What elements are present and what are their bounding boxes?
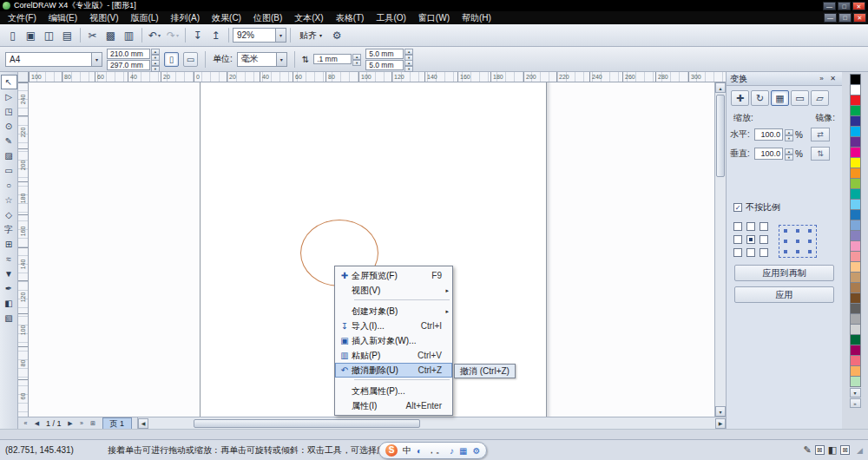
menu-item-import[interactable]: ↧ 导入(I)... Ctrl+I — [335, 319, 452, 333]
keyboard-icon[interactable]: ▦ — [459, 446, 467, 456]
sogou-logo-icon[interactable]: S — [385, 444, 398, 457]
ellipse-tool[interactable]: ○ — [1, 178, 17, 193]
menu-file[interactable]: 文件(F) — [2, 11, 43, 24]
menu-layout[interactable]: 版面(L) — [124, 11, 164, 24]
transform-skew-button[interactable]: ▱ — [811, 90, 829, 106]
menu-effects[interactable]: 效果(C) — [206, 11, 247, 24]
freehand-tool[interactable]: ✎ — [1, 134, 17, 148]
menu-text[interactable]: 文本(X) — [288, 11, 329, 24]
outline-pen-tool[interactable]: ✒ — [1, 281, 17, 296]
scale-value-field[interactable]: 100.0 — [754, 128, 783, 141]
crop-tool[interactable]: ◳ — [1, 104, 17, 119]
paste-icon[interactable]: ▥ — [121, 27, 138, 44]
rectangle-tool[interactable]: ▭ — [1, 163, 17, 178]
scale-value-stepper[interactable]: ▴▾ — [785, 129, 793, 140]
menu-item-create-object[interactable]: 创建对象(B) ▸ — [335, 304, 452, 319]
prev-page-icon[interactable]: ◀ — [31, 418, 43, 429]
close-button[interactable]: ✕ — [852, 2, 865, 10]
non-proportional-checkbox[interactable]: ✓ 不按比例 — [727, 198, 842, 217]
toolbar-separator[interactable] — [185, 28, 186, 43]
mic-icon[interactable]: ♪ — [450, 446, 454, 456]
new-document-icon[interactable]: ▯ — [4, 27, 22, 44]
duplicate-distance-x-field[interactable]: 5.0 mm — [365, 49, 404, 59]
scroll-up-icon[interactable]: ▴ — [715, 82, 726, 93]
options-icon[interactable]: ⚙ — [328, 27, 345, 44]
page-tab[interactable]: 页 1 — [102, 417, 133, 429]
anchor-checkbox[interactable] — [733, 235, 742, 244]
docker-close-icon[interactable]: ✕ — [827, 74, 838, 84]
transform-size-button[interactable]: ▭ — [791, 90, 809, 106]
nudge-offset-stepper[interactable]: ▴▾ — [352, 54, 361, 64]
zoom-tool[interactable]: ⊙ — [1, 119, 17, 134]
units-combo[interactable]: 毫米 ▾ — [237, 52, 287, 67]
polygon-tool[interactable]: ☆ — [1, 193, 17, 207]
duplicate-distance-y-stepper[interactable]: ▴▾ — [404, 60, 413, 70]
toolbar-separator[interactable] — [228, 28, 229, 43]
anchor-checkbox[interactable] — [760, 248, 768, 257]
text-tool[interactable]: 字 — [1, 222, 17, 237]
fill-bucket-icon[interactable]: ◧ — [828, 444, 837, 456]
mirror-button[interactable]: ⇅ — [811, 147, 830, 161]
snap-to-menu-button[interactable]: 贴齐 ▾ — [294, 27, 327, 44]
paper-height-field[interactable]: 297.0 mm — [107, 60, 150, 70]
menu-bitmaps[interactable]: 位图(B) — [247, 11, 288, 24]
menu-tools[interactable]: 工具(O) — [370, 11, 411, 24]
menu-item-fullscreen-preview[interactable]: ✚ 全屏预览(F) F9 — [335, 268, 452, 283]
transform-scale-mirror-button[interactable]: ▦ — [771, 90, 789, 106]
vertical-scrollbar[interactable]: ▴ ▾ — [714, 82, 726, 417]
eyedropper-tool[interactable]: ▼ — [1, 266, 17, 281]
next-page-icon[interactable]: ▶ — [65, 418, 76, 429]
menu-item-properties[interactable]: 属性(I) Alt+Enter — [335, 398, 452, 413]
interactive-fill-tool[interactable]: ▧ — [1, 311, 17, 325]
outline-pen-icon[interactable]: ✎ — [803, 444, 811, 456]
smart-fill-tool[interactable]: ▨ — [1, 148, 17, 163]
palette-expand-icon[interactable]: » — [850, 398, 861, 408]
apply-to-duplicate-button[interactable]: 应用到再制 — [734, 265, 834, 281]
resize-grip-icon[interactable]: ◢ — [857, 446, 863, 455]
menu-window[interactable]: 窗口(W) — [412, 11, 456, 24]
save-icon[interactable]: ◫ — [41, 27, 58, 44]
scroll-left-icon[interactable]: ◀ — [138, 418, 148, 429]
outline-color-swatch[interactable]: ⊠ — [815, 445, 825, 455]
menu-item-view[interactable]: 视图(V) ▸ — [335, 283, 452, 298]
menu-item-insert-new-object[interactable]: ▣ 插入新对象(W)... — [335, 333, 452, 348]
undo-icon[interactable]: ↶ ▾ — [146, 27, 163, 44]
chinese-mode-icon[interactable]: 中 — [403, 444, 411, 457]
scale-value-stepper[interactable]: ▴▾ — [785, 148, 793, 159]
menu-view[interactable]: 视图(V) — [83, 11, 124, 24]
landscape-orientation-button[interactable]: ▭ — [183, 52, 198, 67]
minimize-button[interactable]: — — [823, 2, 836, 10]
first-page-icon[interactable]: « — [20, 418, 31, 429]
anchor-checkbox[interactable] — [746, 248, 755, 257]
print-icon[interactable]: ▤ — [59, 27, 76, 44]
menu-help[interactable]: 帮助(H) — [456, 11, 497, 24]
fill-color-swatch[interactable]: ⊠ — [840, 445, 850, 455]
anchor-checkbox[interactable] — [746, 235, 755, 244]
transform-rotate-button[interactable]: ↻ — [751, 90, 769, 106]
menu-table[interactable]: 表格(T) — [330, 11, 371, 24]
anchor-checkbox[interactable] — [760, 222, 768, 231]
sogou-settings-icon[interactable]: ⚙ — [473, 446, 481, 456]
horizontal-ruler[interactable]: 1008060402002040608010012014016018020022… — [29, 72, 726, 82]
anchor-checkbox[interactable] — [760, 235, 768, 244]
paper-size-combo[interactable]: A4 ▾ — [5, 52, 102, 67]
menu-separator[interactable] — [354, 299, 450, 302]
palette-color[interactable] — [850, 376, 861, 387]
doc-minimize-button[interactable]: — — [824, 13, 837, 23]
portrait-orientation-button[interactable]: ▯ — [164, 52, 179, 67]
chevron-down-icon[interactable]: ▾ — [275, 29, 286, 42]
table-tool[interactable]: ⊞ — [1, 237, 17, 252]
copy-icon[interactable]: ▩ — [102, 27, 120, 44]
last-page-icon[interactable]: » — [76, 418, 88, 429]
paper-width-stepper[interactable]: ▴▾ — [151, 49, 160, 59]
export-icon[interactable]: ↥ — [207, 27, 225, 44]
punctuation-icon[interactable]: ，。 — [427, 444, 444, 457]
horizontal-scrollbar[interactable]: ◀ ▶ — [137, 417, 726, 429]
menu-item-document-properties[interactable]: 文档属性(P)... — [335, 384, 452, 398]
nudge-offset-field[interactable]: .1 mm — [313, 54, 352, 64]
docker-collapse-icon[interactable]: » — [816, 74, 827, 84]
cut-icon[interactable]: ✂ — [84, 27, 102, 44]
import-icon[interactable]: ↧ — [189, 27, 207, 44]
horizontal-scrollbar-thumb[interactable] — [194, 419, 420, 428]
scale-value-field[interactable]: 100.0 — [754, 148, 783, 160]
